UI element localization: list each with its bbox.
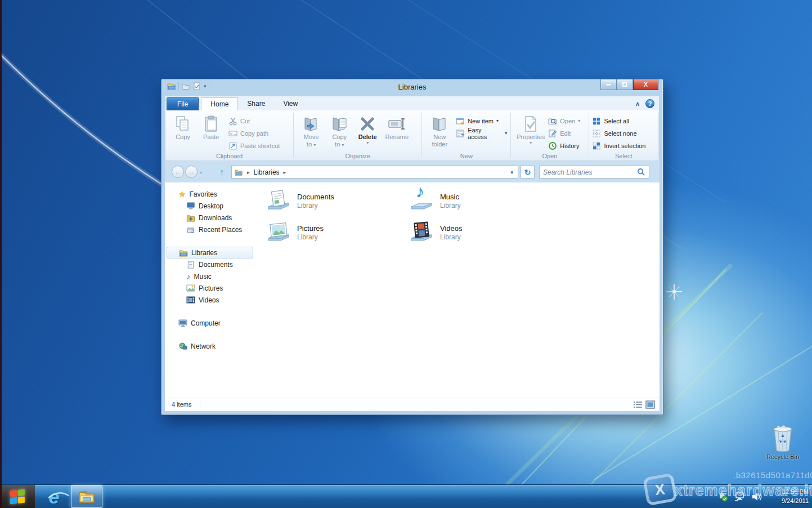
build-watermark: .b32615d501a711d0 <box>733 470 812 480</box>
copy-button[interactable]: Copy <box>169 113 197 141</box>
search-input[interactable] <box>543 168 637 176</box>
sidebar-item-pictures[interactable]: Pictures <box>165 282 255 294</box>
help-icon[interactable]: ? <box>645 99 654 108</box>
maximize-icon <box>622 82 627 87</box>
easy-access-button[interactable]: Easy access ▾ <box>456 128 507 139</box>
sidebar-item-recent-places[interactable]: Recent Places <box>165 224 255 235</box>
ribbon-group-select: Select all Select none <box>589 110 658 161</box>
item-count: 4 items <box>172 401 191 408</box>
up-button[interactable]: ↑ <box>216 167 228 178</box>
history-button[interactable]: History <box>548 141 580 151</box>
minimize-button[interactable] <box>600 79 617 90</box>
refresh-button[interactable]: ↻ <box>521 166 535 179</box>
rename-icon <box>388 117 406 131</box>
copy-to-button[interactable]: Copy to ▾ <box>325 113 353 148</box>
edit-button[interactable]: Edit <box>548 128 580 139</box>
select-all-icon <box>592 117 601 126</box>
copy-path-icon <box>228 129 237 138</box>
search-box[interactable] <box>539 166 649 179</box>
tab-file[interactable]: File <box>167 97 199 110</box>
file-list[interactable]: Documents Library ♪ Music <box>255 182 660 398</box>
music-note-big-icon: ♪ <box>416 182 424 201</box>
documents-library-icon <box>265 189 292 213</box>
move-to-button[interactable]: Move to ▾ <box>297 113 325 148</box>
paste-button[interactable]: Paste <box>197 113 225 141</box>
details-view-button[interactable] <box>633 400 643 409</box>
new-item-dropdown-icon: ▾ <box>496 119 499 123</box>
breadcrumb-arrow-icon[interactable]: ▸ <box>247 170 250 175</box>
pictures-library-icon <box>265 220 292 245</box>
close-button[interactable]: X <box>633 79 658 90</box>
up-icon: ↑ <box>219 167 224 177</box>
sidebar-item-downloads[interactable]: Downloads <box>165 212 255 224</box>
paste-icon <box>204 115 218 132</box>
forward-button[interactable]: → <box>185 166 198 178</box>
documents-icon <box>186 261 195 269</box>
sidebar-item-documents[interactable]: Documents <box>165 259 255 270</box>
paste-shortcut-button[interactable]: Paste shortcut <box>228 141 280 151</box>
window-title: Libraries <box>165 83 660 91</box>
sidebar-item-computer[interactable]: Computer <box>165 317 255 329</box>
thumbnail-view-button[interactable] <box>645 400 655 409</box>
address-bar[interactable]: ▸ Libraries ▸ ▾ <box>231 166 518 179</box>
tab-home[interactable]: Home <box>201 97 238 110</box>
group-label-organize: Organize <box>294 153 421 159</box>
open-button[interactable]: Open ▾ <box>548 116 580 126</box>
start-button[interactable] <box>0 485 35 508</box>
library-item-videos[interactable]: Videos Library <box>408 219 546 247</box>
back-button[interactable]: ← <box>172 166 184 178</box>
library-item-documents[interactable]: Documents Library <box>265 187 403 215</box>
music-note-icon: ♪ <box>186 273 191 280</box>
library-item-pictures[interactable]: Pictures Library <box>265 219 403 247</box>
new-folder-button[interactable]: New folder <box>425 113 454 148</box>
cut-button[interactable]: Cut <box>228 116 280 126</box>
tab-share[interactable]: Share <box>238 97 274 110</box>
maximize-button[interactable] <box>617 79 633 90</box>
watermark-text: xtremehardware.it <box>674 482 812 500</box>
ribbon-group-clipboard: Copy Paste Cut <box>165 110 293 161</box>
delete-button[interactable]: Delete ▾ <box>353 113 382 145</box>
desktop-icon <box>186 202 195 210</box>
libraries-location-icon <box>234 168 243 176</box>
back-icon: ← <box>174 168 182 176</box>
select-all-button[interactable]: Select all <box>592 116 645 126</box>
titlebar[interactable]: ▾ Libraries X <box>165 79 660 96</box>
refresh-icon: ↻ <box>524 168 531 177</box>
minimize-icon <box>606 84 611 86</box>
copy-to-icon <box>331 115 348 132</box>
sidebar-item-desktop[interactable]: Desktop <box>165 200 255 212</box>
new-item-button[interactable]: New item ▾ <box>456 116 507 126</box>
sidebar-item-network[interactable]: Network <box>165 340 255 352</box>
copy-to-dropdown-icon: ▾ <box>342 142 344 148</box>
recycle-bin[interactable]: Recycle Bin <box>763 424 802 460</box>
window-body: ★ Favorites Desktop Downloads <box>165 182 660 398</box>
breadcrumb-arrow-icon-2[interactable]: ▸ <box>284 170 286 175</box>
internet-explorer-icon: e <box>49 487 60 506</box>
edit-icon <box>548 129 557 138</box>
taskbar-explorer-button[interactable] <box>71 485 102 508</box>
breadcrumb-libraries[interactable]: Libraries <box>254 168 280 176</box>
windows-logo-icon <box>10 489 25 505</box>
search-icon[interactable] <box>637 168 645 176</box>
recent-pages-chevron[interactable]: ▾ <box>200 170 202 175</box>
screen-edge-artifact <box>0 0 2 508</box>
taskbar-ie-button[interactable]: e <box>41 485 68 508</box>
sidebar-item-music[interactable]: ♪ Music <box>165 270 255 282</box>
properties-button[interactable]: Properties ▾ <box>514 113 547 145</box>
select-none-button[interactable]: Select none <box>592 128 645 139</box>
sidebar-item-favorites[interactable]: ★ Favorites <box>165 188 255 200</box>
minimize-ribbon-icon[interactable]: ∧ <box>635 100 640 108</box>
invert-selection-button[interactable]: Invert selection <box>592 141 645 151</box>
sidebar-item-libraries[interactable]: Libraries <box>167 247 253 259</box>
rename-button[interactable]: Rename <box>382 113 412 141</box>
open-dropdown-icon: ▾ <box>578 119 580 123</box>
copy-path-button[interactable]: Copy path <box>228 128 280 139</box>
network-icon <box>178 342 187 350</box>
address-dropdown-icon[interactable]: ▾ <box>508 170 515 175</box>
watermark-logo: X <box>643 473 678 506</box>
properties-icon <box>523 115 538 132</box>
favorites-star-icon: ★ <box>178 190 186 198</box>
tab-view[interactable]: View <box>274 97 307 110</box>
sidebar-item-videos[interactable]: Videos <box>165 294 255 306</box>
library-item-music[interactable]: ♪ Music Library <box>408 187 546 215</box>
